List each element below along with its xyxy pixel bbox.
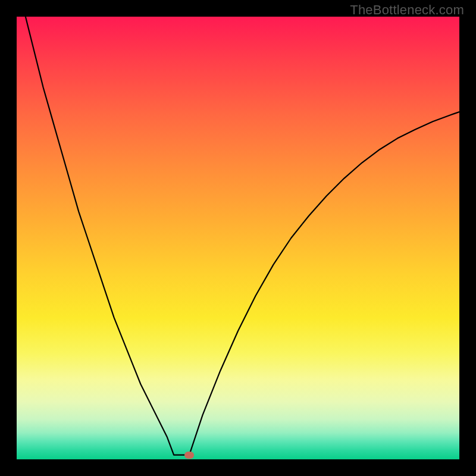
notch-marker bbox=[184, 452, 194, 459]
plot-area bbox=[17, 17, 459, 459]
watermark-text: TheBottleneck.com bbox=[350, 2, 464, 18]
chart-frame: TheBottleneck.com bbox=[0, 0, 476, 476]
bottleneck-curve bbox=[17, 17, 459, 459]
